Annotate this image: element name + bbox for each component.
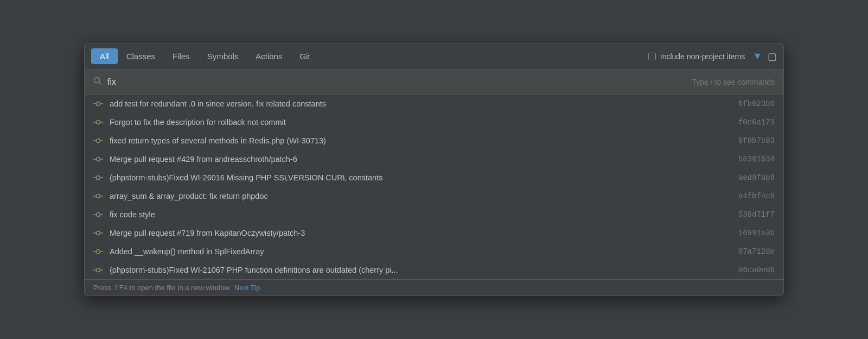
status-bar: Press ⇧F4 to open the file in a new wind… [85, 279, 783, 296]
result-hash: 6fb623b6 [738, 99, 775, 108]
tab-bar: All Classes Files Symbols Actions Git In… [85, 43, 783, 70]
tab-classes[interactable]: Classes [118, 48, 164, 64]
result-row[interactable]: fixed return types of several methods in… [85, 131, 783, 150]
commit-icon [93, 210, 103, 219]
result-row[interactable]: Forgot to fix the description for rollba… [85, 113, 783, 131]
next-tip-link[interactable]: Next Tip [234, 284, 260, 292]
svg-point-6 [97, 121, 100, 124]
include-non-project-checkbox[interactable] [648, 53, 656, 60]
commit-icon [93, 99, 103, 109]
search-input[interactable] [107, 77, 692, 87]
result-message: Merge pull request #719 from KapitanOczy… [110, 229, 727, 237]
commit-icon [93, 265, 103, 275]
results-list: add test for redundant .0 in since versi… [85, 95, 783, 279]
tab-actions[interactable]: Actions [247, 48, 291, 64]
result-hash: 06ca0e08 [738, 266, 775, 274]
search-hint: Type / to see commands [692, 78, 775, 86]
svg-point-30 [97, 268, 100, 272]
include-non-project-label: Include non-project items [660, 52, 745, 61]
commit-icon [93, 154, 103, 164]
result-hash: f0e6a179 [738, 118, 775, 127]
result-hash: 07a712de [738, 247, 775, 256]
tab-files[interactable]: Files [164, 48, 199, 64]
svg-point-15 [97, 176, 100, 180]
result-row[interactable]: array_sum & array_product: fix return ph… [85, 187, 783, 205]
result-row[interactable]: add test for redundant .0 in since versi… [85, 95, 783, 113]
commit-icon [93, 247, 103, 256]
svg-point-27 [97, 250, 100, 254]
commit-icon [93, 117, 103, 127]
svg-point-9 [97, 139, 100, 143]
svg-point-12 [97, 158, 100, 161]
result-hash: aed9fab9 [738, 173, 775, 182]
result-message: array_sum & array_product: fix return ph… [110, 192, 727, 200]
tab-symbols[interactable]: Symbols [199, 48, 247, 64]
result-hash: 9f8b7b93 [738, 136, 775, 145]
svg-line-1 [99, 82, 101, 84]
result-message: fix code style [110, 210, 727, 219]
result-row[interactable]: Merge pull request #719 from KapitanOczy… [85, 224, 783, 242]
svg-point-24 [97, 231, 100, 235]
commit-icon [93, 173, 103, 183]
result-row[interactable]: Added __wakeup() method in SplFixedArray… [85, 242, 783, 261]
search-dialog: All Classes Files Symbols Actions Git In… [84, 43, 784, 296]
result-row[interactable]: fix code style 530d71f7 [85, 205, 783, 224]
status-hint-text: Press ⇧F4 to open the file in a new wind… [93, 284, 231, 292]
result-hash: 530d71f7 [738, 210, 775, 219]
result-message: fixed return types of several methods in… [110, 136, 727, 145]
result-message: add test for redundant .0 in since versi… [110, 99, 727, 108]
window-icon[interactable]: ▢ [768, 51, 777, 62]
result-message: (phpstorm-stubs)Fixed WI-21067 PHP funct… [110, 266, 727, 274]
result-hash: 16991a3b [738, 229, 775, 237]
result-message: Added __wakeup() method in SplFixedArray [110, 247, 727, 256]
search-bar: Type / to see commands [85, 70, 783, 95]
include-non-project-container: Include non-project items [648, 52, 745, 61]
commit-icon [93, 228, 103, 238]
result-row[interactable]: Merge pull request #429 from andreasschr… [85, 150, 783, 168]
tab-git[interactable]: Git [291, 48, 318, 64]
svg-point-18 [97, 194, 100, 198]
result-message: (phpstorm-stubs)Fixed WI-26016 Missing P… [110, 173, 727, 182]
commit-icon [93, 136, 103, 146]
commit-icon [93, 191, 103, 201]
result-message: Forgot to fix the description for rollba… [110, 118, 727, 127]
result-hash: b8381634 [738, 155, 775, 164]
result-hash: a4fbf4c8 [738, 192, 775, 200]
result-row[interactable]: (phpstorm-stubs)Fixed WI-21067 PHP funct… [85, 261, 783, 279]
result-row[interactable]: (phpstorm-stubs)Fixed WI-26016 Missing P… [85, 168, 783, 187]
filter-icon[interactable]: ▼ [752, 51, 762, 62]
svg-point-21 [97, 213, 100, 217]
search-icon [93, 77, 102, 87]
tab-all[interactable]: All [91, 48, 118, 64]
result-message: Merge pull request #429 from andreasschr… [110, 155, 727, 164]
svg-point-3 [97, 102, 100, 106]
